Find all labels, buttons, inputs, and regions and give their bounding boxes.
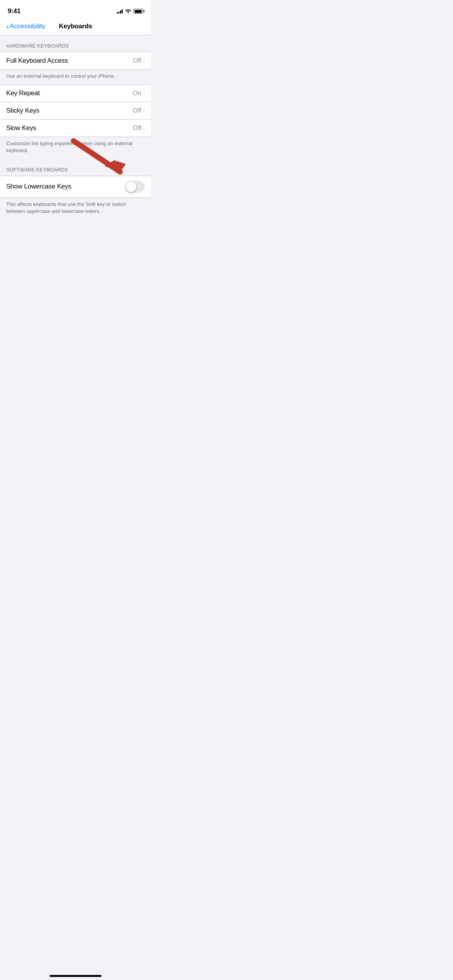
full-keyboard-access-group: Full Keyboard Access Off › — [0, 52, 151, 70]
key-repeat-value: On › — [133, 89, 145, 97]
chevron-right-icon: › — [143, 125, 145, 131]
show-lowercase-keys-description: This affects keyboards that use the Shif… — [0, 198, 151, 219]
show-lowercase-keys-row: Show Lowercase Keys — [0, 176, 151, 197]
full-keyboard-access-description: Use an external keyboard to control your… — [0, 70, 151, 84]
full-keyboard-access-row[interactable]: Full Keyboard Access Off › — [0, 52, 151, 69]
key-repeat-row[interactable]: Key Repeat On › — [0, 85, 151, 102]
page-title: Keyboards — [59, 22, 92, 30]
slow-keys-label: Slow Keys — [6, 124, 36, 132]
status-icons — [117, 9, 144, 14]
chevron-right-icon: › — [143, 90, 145, 96]
hardware-keyboards-header: HARDWARE KEYBOARDS — [0, 35, 151, 52]
slow-keys-value: Off › — [133, 124, 145, 132]
status-time: 9:41 — [8, 7, 21, 15]
nav-bar: ‹ Accessibility Keyboards — [0, 19, 151, 35]
software-keyboards-header: SOFTWARE KEYBOARDS — [0, 159, 151, 176]
sticky-keys-row[interactable]: Sticky Keys Off › — [0, 102, 151, 120]
status-bar: 9:41 — [0, 0, 151, 19]
battery-icon — [134, 9, 143, 14]
chevron-right-icon: › — [143, 58, 145, 64]
slow-keys-row[interactable]: Slow Keys Off › — [0, 120, 151, 137]
sticky-keys-label: Sticky Keys — [6, 107, 39, 115]
full-keyboard-access-value: Off › — [133, 57, 145, 65]
hardware-keys-group: Key Repeat On › Sticky Keys Off › Slow K… — [0, 84, 151, 137]
back-label: Accessibility — [10, 22, 46, 30]
chevron-right-icon: › — [143, 108, 145, 114]
show-lowercase-keys-group: Show Lowercase Keys — [0, 176, 151, 198]
wifi-icon — [125, 9, 131, 14]
back-button[interactable]: ‹ Accessibility — [6, 22, 45, 31]
full-keyboard-access-label: Full Keyboard Access — [6, 57, 68, 65]
show-lowercase-keys-label: Show Lowercase Keys — [6, 183, 71, 190]
key-repeat-label: Key Repeat — [6, 89, 40, 97]
toggle-knob — [126, 182, 136, 192]
chevron-left-icon: ‹ — [6, 22, 9, 31]
signal-strength-icon — [117, 9, 123, 14]
show-lowercase-keys-toggle[interactable] — [125, 181, 145, 193]
hardware-keys-description: Customize the typing experience when usi… — [0, 137, 151, 159]
sticky-keys-value: Off › — [133, 107, 145, 115]
